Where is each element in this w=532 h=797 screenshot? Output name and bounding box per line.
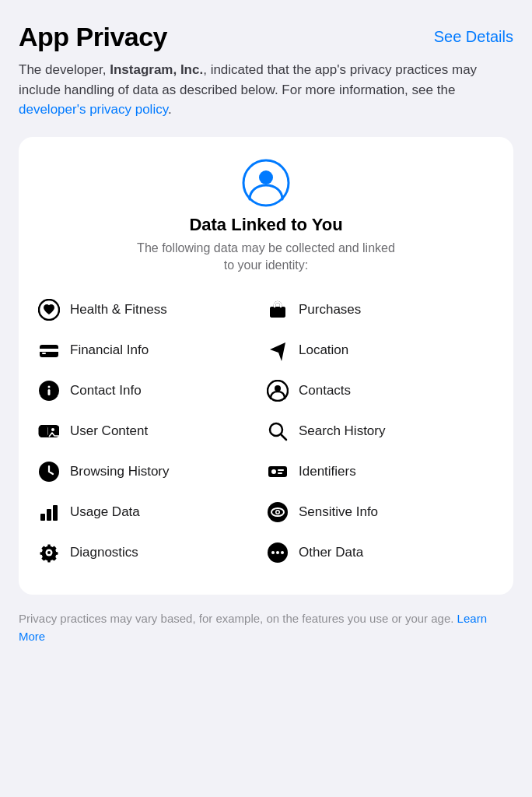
- person-circle-icon: [266, 379, 289, 402]
- data-item-contact-info: Contact Info: [37, 370, 266, 411]
- data-item-label-other-data: Other Data: [299, 545, 363, 560]
- data-item-label-health-fitness: Health & Fitness: [70, 302, 167, 318]
- see-details-link[interactable]: See Details: [434, 28, 513, 46]
- data-item-browsing-history: Browsing History: [37, 451, 266, 492]
- data-item-location: Location: [266, 330, 495, 370]
- data-item-label-user-content: User Content: [70, 423, 148, 439]
- data-item-label-browsing-history: Browsing History: [70, 464, 170, 479]
- page-title: App Privacy: [19, 22, 167, 52]
- barchart-icon: [37, 500, 61, 524]
- data-item-label-usage-data: Usage Data: [70, 504, 140, 520]
- card-title: Data Linked to You: [189, 215, 342, 235]
- svg-point-7: [48, 386, 51, 388]
- svg-rect-31: [278, 472, 282, 474]
- data-item-label-contacts: Contacts: [299, 383, 351, 398]
- creditcard-icon: [37, 339, 61, 362]
- data-item-user-content: User Content: [37, 411, 266, 451]
- data-item-diagnostics: Diagnostics: [37, 532, 266, 573]
- svg-point-29: [271, 469, 276, 474]
- svg-point-35: [277, 511, 279, 514]
- photo-icon: [37, 420, 61, 443]
- developer-name: Instagram, Inc.: [110, 62, 203, 77]
- page-header: App Privacy See Details: [19, 22, 513, 52]
- privacy-policy-link[interactable]: developer's privacy policy: [19, 102, 168, 117]
- bag-icon: [266, 298, 289, 321]
- data-item-usage-data: Usage Data: [37, 492, 266, 532]
- person-icon: [242, 159, 290, 207]
- svg-rect-4: [40, 349, 58, 352]
- left-column: Health & FitnessFinancial InfoContact In…: [37, 290, 266, 573]
- svg-rect-28: [268, 466, 287, 477]
- data-item-identifiers: Identifiers: [266, 451, 495, 492]
- data-item-label-sensitive-info: Sensitive Info: [299, 504, 378, 520]
- svg-rect-5: [42, 353, 46, 354]
- card-header: Data Linked to You The following data ma…: [37, 159, 495, 275]
- location-icon: [266, 339, 289, 362]
- data-item-label-financial-info: Financial Info: [70, 342, 149, 358]
- svg-rect-19: [53, 505, 58, 521]
- svg-point-21: [47, 551, 51, 554]
- svg-rect-17: [40, 514, 45, 521]
- svg-rect-8: [48, 389, 51, 395]
- search-icon: [266, 420, 289, 443]
- desc-before: The developer,: [19, 62, 110, 77]
- data-grid: Health & FitnessFinancial InfoContact In…: [37, 290, 495, 573]
- svg-point-1: [259, 170, 273, 184]
- heart-icon: [37, 298, 61, 321]
- eye-icon: [266, 500, 289, 524]
- svg-line-27: [282, 435, 287, 441]
- data-item-sensitive-info: Sensitive Info: [266, 492, 495, 532]
- data-item-search-history: Search History: [266, 411, 495, 451]
- data-item-label-search-history: Search History: [299, 423, 385, 439]
- data-item-purchases: Purchases: [266, 290, 495, 330]
- svg-rect-30: [278, 469, 284, 471]
- svg-point-15: [51, 428, 54, 431]
- data-item-contacts: Contacts: [266, 370, 495, 411]
- id-card-icon: [266, 460, 289, 483]
- clock-icon: [37, 460, 61, 483]
- data-item-health-fitness: Health & Fitness: [37, 290, 266, 330]
- description-text: The developer, Instagram, Inc., indicate…: [19, 60, 513, 120]
- svg-rect-18: [47, 509, 51, 521]
- data-linked-card: Data Linked to You The following data ma…: [19, 137, 513, 595]
- info-circle-icon: [37, 379, 61, 402]
- svg-point-39: [281, 551, 284, 554]
- data-item-label-location: Location: [299, 342, 348, 358]
- svg-rect-13: [39, 426, 47, 437]
- footer-main: Privacy practices may vary based, for ex…: [19, 612, 457, 625]
- gear-icon: [37, 541, 61, 564]
- svg-rect-23: [270, 307, 285, 318]
- data-item-other-data: Other Data: [266, 532, 495, 573]
- data-item-label-identifiers: Identifiers: [299, 464, 356, 479]
- card-subtitle: The following data may be collected and …: [134, 240, 398, 275]
- data-item-label-diagnostics: Diagnostics: [70, 545, 138, 560]
- data-item-financial-info: Financial Info: [37, 330, 266, 370]
- svg-point-26: [270, 423, 282, 436]
- right-column: PurchasesLocationContactsSearch HistoryI…: [266, 290, 495, 573]
- ellipsis-icon: [266, 541, 289, 564]
- data-item-label-purchases: Purchases: [299, 302, 361, 318]
- svg-point-38: [276, 551, 279, 554]
- footer-text: Privacy practices may vary based, for ex…: [19, 610, 513, 645]
- svg-point-37: [271, 551, 275, 554]
- data-item-label-contact-info: Contact Info: [70, 383, 142, 398]
